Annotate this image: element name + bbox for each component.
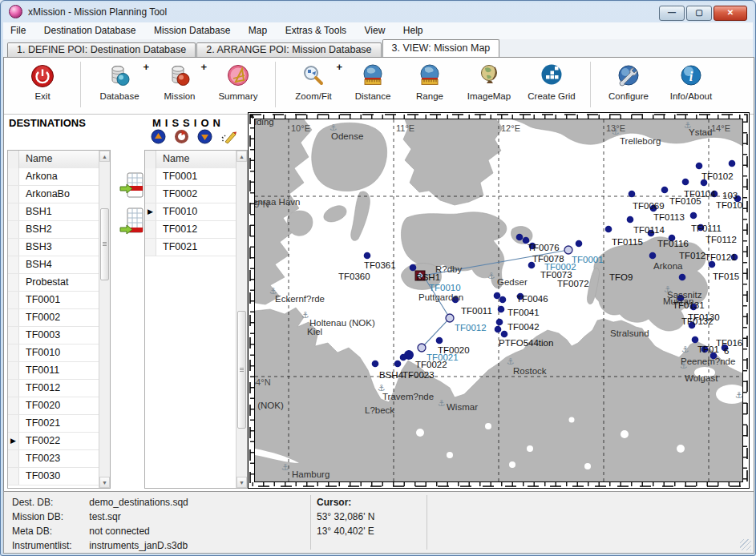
station-dot[interactable]: [496, 319, 503, 326]
name-cell[interactable]: TF0023: [19, 450, 99, 467]
destinations-table[interactable]: Name ArkonaArkonaBoBSH1BSH2BSH3BSH4Probe…: [7, 150, 111, 489]
station-dot[interactable]: [690, 212, 697, 220]
arrow-down-circle-icon[interactable]: [197, 129, 212, 144]
table-row[interactable]: TF0010: [8, 344, 99, 362]
mission-map[interactable]: ⚓⚓⚓⚓⚓⚓⚓⚓⚓⚓⚓⚓⚓⚓10°E11°E12°E13°E14°E55°N54…: [248, 112, 751, 490]
table-row[interactable]: TF0001: [8, 292, 99, 309]
name-cell[interactable]: BSH2: [19, 221, 99, 238]
table-row[interactable]: TF0023: [8, 450, 99, 468]
table-row[interactable]: TF0012: [8, 380, 99, 397]
exit-button[interactable]: Exit: [12, 61, 73, 101]
name-cell[interactable]: TF0011: [19, 362, 99, 379]
scroll-up-icon[interactable]: ▲: [237, 151, 247, 162]
database-button[interactable]: + Database: [88, 61, 151, 101]
name-cell[interactable]: TF0020: [19, 397, 99, 414]
station-dot[interactable]: [729, 160, 736, 167]
insert-destination-button[interactable]: [118, 169, 147, 203]
table-row[interactable]: Arkona: [8, 168, 99, 186]
menu-map[interactable]: Map: [241, 22, 274, 39]
waypoint-circle[interactable]: [564, 246, 572, 254]
station-dot[interactable]: [498, 306, 505, 313]
name-column-header[interactable]: Name: [156, 151, 247, 168]
mission-scrollbar[interactable]: ▲ ▼: [236, 151, 247, 488]
station-dot[interactable]: [436, 337, 443, 344]
menu-mission-database[interactable]: Mission Database: [147, 22, 237, 39]
scroll-up-icon[interactable]: ▲: [99, 151, 110, 162]
table-row[interactable]: BSH2: [8, 221, 99, 239]
mission-table[interactable]: Name TF0001TF0002▶TF0010TF0012TF0021 ▲ ▼: [144, 150, 248, 489]
station-dot[interactable]: [649, 252, 657, 260]
waypoint-circle[interactable]: [418, 344, 426, 352]
summary-button[interactable]: Summary: [208, 61, 268, 101]
station-dot[interactable]: [400, 354, 407, 361]
station-dot[interactable]: [495, 326, 502, 333]
table-row[interactable]: BSH1: [8, 203, 99, 221]
minimize-button[interactable]: —: [659, 6, 685, 21]
name-cell[interactable]: Probestat: [19, 274, 99, 291]
waypoint-circle[interactable]: [446, 314, 454, 322]
station-dot[interactable]: [499, 296, 507, 304]
reload-icon[interactable]: [174, 129, 189, 144]
name-cell[interactable]: TF0002: [156, 186, 237, 203]
menu-help[interactable]: Help: [396, 22, 431, 39]
station-dot[interactable]: [629, 191, 636, 198]
zoom-fit-button[interactable]: + Zoom/Fit: [283, 61, 344, 101]
table-row[interactable]: TF0002: [8, 309, 99, 327]
table-row[interactable]: Probestat: [8, 274, 99, 292]
arrow-up-circle-icon[interactable]: [151, 129, 166, 144]
table-row[interactable]: BSH3: [8, 239, 99, 256]
create-grid-button[interactable]: Create Grid: [520, 61, 583, 101]
menu-file[interactable]: File: [3, 22, 33, 39]
table-row[interactable]: ▶TF0022: [8, 433, 99, 450]
name-cell[interactable]: TF0021: [156, 239, 237, 256]
station-dot[interactable]: [394, 361, 402, 368]
table-row[interactable]: TF0021: [8, 415, 99, 433]
station-dot[interactable]: [692, 336, 699, 344]
title-bar[interactable]: xMission - Mission Planning Tool — ▢ ✕: [1, 1, 755, 22]
name-cell[interactable]: TF0002: [19, 309, 99, 326]
table-row[interactable]: TF0001: [145, 168, 237, 186]
resize-grip[interactable]: [740, 539, 751, 550]
name-cell[interactable]: TF0022: [19, 433, 99, 449]
mission-button[interactable]: + Mission: [151, 61, 208, 101]
edit-pencil-icon[interactable]: [220, 129, 237, 144]
station-dot[interactable]: [682, 179, 689, 186]
name-cell[interactable]: TF0001: [19, 292, 99, 308]
tab-view-mission-map[interactable]: 3. VIEW: Mission Map: [382, 39, 500, 57]
table-row[interactable]: ArkonaBo: [8, 186, 99, 203]
station-dot[interactable]: [501, 331, 508, 338]
station-dot[interactable]: [627, 216, 634, 224]
append-destination-button[interactable]: [118, 204, 147, 238]
name-cell[interactable]: Arkona: [19, 168, 99, 185]
destinations-scrollbar[interactable]: ▲ ▼: [99, 151, 110, 488]
image-map-button[interactable]: ImageMap: [458, 61, 520, 101]
name-cell[interactable]: TF0012: [156, 221, 237, 238]
name-column-header[interactable]: Name: [19, 151, 110, 168]
distance-button[interactable]: Distance: [344, 61, 402, 101]
maximize-button[interactable]: ▢: [686, 6, 712, 21]
table-row[interactable]: BSH4: [8, 256, 99, 274]
name-cell[interactable]: TF0012: [19, 380, 99, 397]
name-cell[interactable]: TF0010: [156, 203, 237, 220]
name-cell[interactable]: TF0021: [19, 415, 99, 432]
configure-button[interactable]: Configure: [598, 61, 659, 101]
menu-view[interactable]: View: [358, 22, 393, 39]
table-row[interactable]: TF0003: [8, 327, 99, 344]
name-cell[interactable]: TF0030: [19, 468, 99, 485]
tab-define-poi[interactable]: 1. DEFINE POI: Destination Database: [7, 42, 196, 57]
name-cell[interactable]: ArkonaBo: [19, 186, 99, 203]
tab-arrange-poi[interactable]: 2. ARRANGE POI: Mission Database: [196, 42, 381, 57]
table-row[interactable]: TF0011: [8, 362, 99, 380]
station-dot[interactable]: [576, 240, 583, 248]
table-row[interactable]: TF0002: [145, 186, 237, 203]
table-row[interactable]: TF0020: [8, 397, 99, 415]
station-dot[interactable]: [364, 252, 371, 260]
table-row[interactable]: TF0030: [8, 468, 99, 485]
name-cell[interactable]: TF0001: [156, 168, 237, 185]
scroll-down-icon[interactable]: ▼: [99, 477, 110, 488]
scrollbar-thumb[interactable]: [100, 208, 109, 280]
menu-extras-tools[interactable]: Extras & Tools: [278, 22, 354, 39]
station-dot[interactable]: [516, 234, 524, 241]
name-cell[interactable]: TF0010: [19, 344, 99, 361]
name-cell[interactable]: TF0003: [19, 327, 99, 344]
